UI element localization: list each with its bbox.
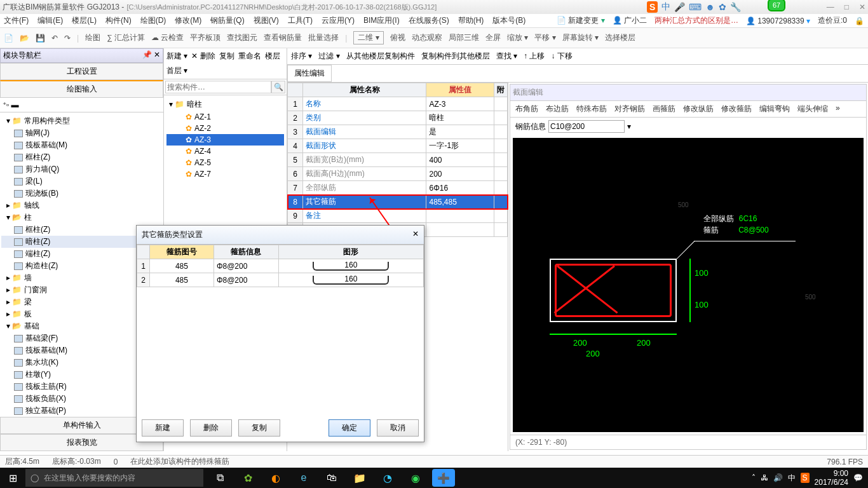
rt-down[interactable]: ↓ 下移 [551,51,572,62]
prop-extra[interactable] [494,223,508,237]
prop-val[interactable]: 一字-1形 [426,139,494,153]
sogou-icon[interactable]: S [647,1,658,13]
prop-name[interactable]: 截面形状 [303,139,426,153]
comp-az1[interactable]: ✿AZ-1 [166,111,284,123]
menu-tool[interactable]: 工具(T) [288,15,313,26]
tray-up-icon[interactable]: ˄ [752,473,756,482]
app-icon3[interactable]: ◔ [376,469,399,487]
menu-help[interactable]: 帮助(H) [458,15,484,26]
prop-name[interactable]: 截面高(H边)(mm) [303,167,426,181]
rt-filter[interactable]: 过滤 ▾ [318,51,339,62]
tb-align[interactable]: 平齐板顶 [190,32,220,43]
dlg-shape[interactable]: 160 [278,259,423,273]
explorer-icon[interactable]: 📁 [348,469,371,487]
lock-icon[interactable]: 🔒 [855,17,864,25]
badge-67[interactable]: 67 [768,0,785,11]
tb-new-icon[interactable]: 📄 [4,34,13,43]
cat-common[interactable]: ▾ 📁 常用构件类型 [1,115,162,127]
item-liang[interactable]: 梁(L) [1,175,162,187]
ime-cn[interactable]: 中 [661,1,670,13]
prop-extra[interactable] [494,125,508,139]
prop-val[interactable]: 6Φ16 [426,181,494,195]
taskbar-clock[interactable]: 9:002017/6/24 [815,469,848,487]
prop-extra[interactable] [494,111,508,125]
search-input[interactable] [165,81,271,93]
st-modlong[interactable]: 修改纵筋 [683,104,714,114]
prop-name[interactable]: 截面编辑 [303,125,426,139]
ime-mic-icon[interactable]: 🎤 [674,2,685,12]
tray-net-icon[interactable]: 🖧 [761,473,768,482]
tb-redo-icon[interactable]: ↷ [64,34,71,43]
comp-az2[interactable]: ✿AZ-2 [166,123,284,134]
tb-pan[interactable]: 平移 ▾ [534,32,555,43]
dlg-new[interactable]: 新建 [142,419,184,437]
menu-floor[interactable]: 楼层(L) [72,15,97,26]
tab-draw[interactable]: 绘图输入 [0,80,163,98]
prop-name[interactable]: 全部纵筋 [303,181,426,195]
rebar-dropdown-icon[interactable]: ▾ [627,122,631,131]
nav-pin-icon[interactable]: 📌 ✕ [142,50,160,61]
tray-vol-icon[interactable]: 🔊 [773,473,783,482]
prop-name[interactable]: 截面宽(B边)(mm) [303,153,426,167]
tb-full[interactable]: 全屏 [485,32,501,43]
item-jianli[interactable]: 剪力墙(Q) [1,163,162,175]
user-gxe[interactable]: 👤 广小二 [613,15,647,26]
menu-online[interactable]: 在线服务(S) [409,15,449,26]
menu-rebar[interactable]: 钢筋量(Q) [210,15,244,26]
app-icon5[interactable]: ➕ [432,469,455,487]
ime-face-icon[interactable]: ☻ [705,2,715,12]
tray-sogou-icon[interactable]: S [801,473,810,483]
st-hook[interactable]: 编辑弯钩 [759,104,790,114]
rt-sort[interactable]: 排序 ▾ [291,51,312,62]
notice-text[interactable]: 两种汇总方式的区别是… [654,15,738,26]
tb-2d[interactable]: 二维 ▾ [353,31,383,44]
menu-component[interactable]: 构件(N) [105,15,132,26]
app-icon[interactable]: ✿ [236,469,259,487]
prop-extra[interactable] [494,195,508,209]
item-faban[interactable]: 筏板基础(M) [1,139,162,151]
comp-copy[interactable]: 复制 [219,51,234,62]
menu-bim[interactable]: BIM应用(I) [363,15,400,26]
dlg-copy[interactable]: 复制 [238,419,280,437]
menu-modify[interactable]: 修改(M) [175,15,201,26]
prop-extra[interactable] [494,209,508,223]
comp-rename[interactable]: 重命名 [238,51,261,62]
item-xianjiao[interactable]: 现浇板(B) [1,187,162,200]
menu-version[interactable]: 版本号(B) [492,15,526,26]
prop-extra[interactable] [494,97,508,111]
rt-copyfrom[interactable]: 从其他楼层复制构件 [346,51,415,62]
prop-extra[interactable] [494,181,508,195]
dlg-shape[interactable]: 160 [278,273,423,287]
dlg-num[interactable]: 485 [150,273,214,287]
app-icon4[interactable]: ◉ [404,469,427,487]
edge-icon[interactable]: e [292,469,315,487]
tb-rotate[interactable]: 屏幕旋转 ▾ [562,32,599,43]
tb-dyn[interactable]: 动态观察 [412,32,442,43]
tb-undo-icon[interactable]: ↶ [51,34,58,43]
item-kuangzhu[interactable]: 框柱(Z) [1,151,162,163]
item-zhouwang[interactable]: 轴网(J) [1,127,162,139]
dlg-info[interactable]: Φ8@200 [214,273,278,287]
rt-find[interactable]: 查找 ▾ [496,51,517,62]
prop-name[interactable]: 名称 [303,97,426,111]
prop-val[interactable] [426,209,494,223]
search-button[interactable]: 🔍 [271,81,285,93]
store-icon[interactable]: 🛍 [320,469,343,487]
user-phone[interactable]: 👤 13907298339 ▾ [746,17,810,25]
tb-save-icon[interactable]: 💾 [36,34,45,43]
minimize-button[interactable]: — [827,3,834,11]
prop-val[interactable]: 是 [426,125,494,139]
dlg-info[interactable]: Φ8@200 [214,259,278,273]
tb-batch[interactable]: 批量选择 [308,32,339,43]
comp-first[interactable]: 首层 ▾ [166,65,187,76]
tb-3d[interactable]: 局部三维 [449,32,479,43]
tb-cloud[interactable]: ☁ 云检查 [151,32,184,43]
comp-root[interactable]: ▾ 📁 暗柱 [166,98,284,111]
tb-find[interactable]: 查找图元 [227,32,257,43]
ime-kbd-icon[interactable]: ⌨ [689,2,702,12]
dlg-ok[interactable]: 确定 [329,419,370,437]
dialog-table[interactable]: 箍筋图号箍筋信息图形 1 485 Φ8@200 1602 485 Φ8@200 … [137,245,424,287]
st-stirrup[interactable]: 画箍筋 [653,104,675,114]
comp-az5[interactable]: ✿AZ-5 [166,157,284,168]
tb-zoom[interactable]: 缩放 ▾ [507,32,528,43]
